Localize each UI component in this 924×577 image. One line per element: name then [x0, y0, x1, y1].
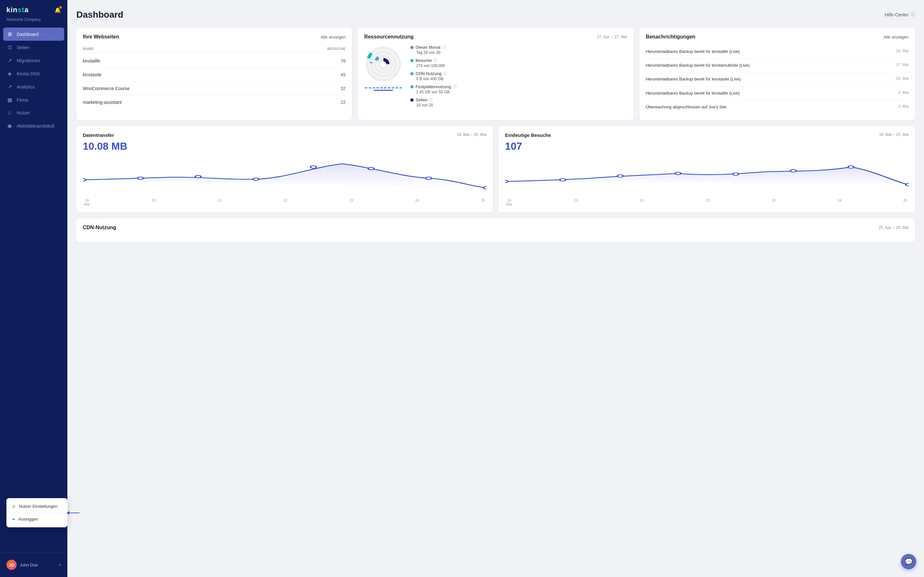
chart-label: 21 — [218, 198, 221, 206]
chart-label: 19Mai — [506, 198, 512, 206]
websites-card-title: Ihre Webseiten — [83, 34, 120, 40]
datentransfer-chart-area — [83, 157, 486, 196]
chart-label: 20 — [152, 198, 156, 206]
notifications-alle-anzeigen-link[interactable]: Alle anzeigen — [884, 35, 909, 39]
notification-item: Herunterladbares Backup bereit für kinst… — [646, 73, 909, 86]
sidebar-item-label: Kinsta DNS — [17, 71, 40, 76]
info-icon[interactable]: ⓘ — [453, 84, 457, 89]
svg-point-13 — [368, 167, 374, 170]
popup-arrow — [67, 511, 79, 515]
sidebar-item-migrationen[interactable]: ↗ Migrationen — [0, 54, 67, 67]
chat-icon: 💬 — [905, 558, 913, 566]
dot-icon — [410, 72, 414, 75]
info-icon[interactable]: ⓘ — [429, 97, 433, 102]
sidebar-item-seiten[interactable]: ⊡ Seiten — [0, 41, 67, 54]
donut-legend — [364, 87, 403, 89]
popup-item-label: Ausloggen — [18, 517, 38, 522]
table-row: kinstalife 76 — [83, 54, 346, 68]
migrations-icon: ↗ — [6, 57, 13, 63]
visit-count: 45 — [341, 72, 346, 77]
nutzer-einstellungen-button[interactable]: ☺ Nutzer Einstellungen — [6, 501, 67, 512]
svg-point-17 — [560, 179, 565, 181]
cdn-card: CDN-Nutzung 25. Apr. – 25. Mai — [76, 218, 915, 242]
donut-svg — [364, 45, 403, 83]
sidebar-item-nutzer[interactable]: ☺ Nutzer — [0, 106, 67, 119]
info-icon[interactable]: ⓘ — [443, 45, 446, 50]
col-name: NAME — [83, 47, 327, 51]
notif-date: 3. Mai — [898, 104, 909, 109]
datentransfer-card: Datentransfer 18. Mai – 25. Mai 10.08 MB — [76, 126, 493, 213]
sidebar-item-kinsta-dns[interactable]: ◈ Kinsta DNS — [0, 67, 67, 80]
chat-button[interactable]: 💬 — [901, 554, 916, 569]
notif-text: Überwachung abgeschlossen auf Joe's Site — [646, 104, 895, 110]
svg-point-15 — [483, 187, 486, 189]
site-name: WooCommerce Course — [83, 86, 341, 91]
svg-point-12 — [310, 166, 317, 168]
datentransfer-title: Datentransfer — [83, 132, 114, 138]
sidebar-item-label: Migrationen — [17, 58, 40, 63]
dot-icon — [410, 46, 414, 49]
col-visits: BESUCHE — [327, 47, 346, 51]
help-center-link[interactable]: Hilfe-Center ⓘ — [885, 12, 915, 18]
svg-point-11 — [253, 178, 258, 181]
sidebar-item-dashboard[interactable]: ⊞ Dashboard — [3, 27, 64, 41]
user-popup-menu: ☺ Nutzer Einstellungen ⇒ Ausloggen — [6, 498, 67, 527]
chart-label: 23 — [349, 198, 353, 206]
main-content: Dashboard Hilfe-Center ⓘ Ihre Webseiten … — [67, 0, 924, 577]
resource-label-text: Festplattennutzung — [415, 84, 451, 89]
chart-label: 25 — [903, 198, 907, 206]
sidebar-item-label: Seiten — [17, 45, 29, 50]
notif-text: Herunterladbares Backup bereit für kinst… — [646, 49, 892, 55]
arrow-line — [69, 513, 79, 513]
resource-card-date: 27. Apr. – 27. Mai — [597, 35, 627, 39]
notif-date: 19. Mai — [896, 49, 909, 53]
donut-chart — [364, 45, 403, 91]
visit-count: 22 — [341, 100, 346, 105]
user-row[interactable]: JD John Doe ▾ — [0, 556, 67, 573]
notif-text: Herunterladbares Backup bereit für kinst… — [646, 90, 895, 96]
datentransfer-value: 10.08 MB — [83, 140, 486, 152]
sidebar-item-analytics[interactable]: ↗ Analytics — [0, 80, 67, 93]
chart-label: 22 — [706, 198, 710, 206]
cdn-card-header: CDN-Nutzung 25. Apr. – 25. Mai — [83, 225, 909, 230]
pages-icon: ⊡ — [6, 44, 13, 50]
nav-menu: ⊞ Dashboard ⊡ Seiten ↗ Migrationen ◈ Kin… — [0, 26, 67, 521]
notifications-card-header: Benachrichtigungen Alle anzeigen — [646, 34, 909, 40]
sites-table: kinstalife 76 kinstasite 45 WooCommerce … — [83, 54, 346, 109]
sidebar-item-label: Nutzer — [17, 110, 30, 115]
logo: kinsta — [6, 6, 29, 14]
resource-value: Tag 28 von 30 — [416, 50, 457, 55]
ausloggen-button[interactable]: ⇒ Ausloggen — [6, 514, 67, 525]
besuche-date: 18. Mai – 25. Mai — [879, 132, 909, 137]
analytics-icon: ↗ — [6, 84, 13, 90]
resource-item-festplatte: Festplattennutzung ⓘ 2.45 GB von 50 GB — [410, 84, 457, 94]
websites-alle-anzeigen-link[interactable]: Alle anzeigen — [320, 35, 346, 39]
chart-label: 19Mai — [84, 198, 90, 206]
notification-item: Herunterladbares Backup bereit für kinst… — [646, 87, 909, 100]
chart-label: 23 — [772, 198, 775, 206]
bell-button[interactable]: 🔔 — [55, 7, 61, 13]
visit-count: 76 — [341, 58, 346, 63]
besuche-chart-svg — [505, 157, 909, 196]
activity-icon: ◉ — [6, 123, 13, 129]
bottom-grid: Datentransfer 18. Mai – 25. Mai 10.08 MB — [76, 126, 915, 213]
notif-date: 3. Mai — [898, 90, 909, 95]
sidebar-item-firma[interactable]: ▦ Firma — [0, 93, 67, 106]
resource-item-cdn: CDN-Nutzung ⓘ 0 B von 400 GB — [410, 71, 457, 81]
info-icon[interactable]: ⓘ — [434, 58, 437, 63]
resource-card-header: Ressourcennutzung 27. Apr. – 27. Mai — [364, 34, 627, 40]
svg-point-21 — [790, 169, 796, 172]
resource-items: Dieser Monat ⓘ Tag 28 von 30 Besuche ⓘ 2… — [410, 45, 457, 107]
notification-item: Herunterladbares Backup bereit für kinst… — [646, 59, 909, 73]
company-name: Awesome Company — [0, 17, 67, 26]
info-icon[interactable]: ⓘ — [443, 71, 447, 76]
resource-card-title: Ressourcennutzung — [364, 34, 414, 40]
svg-point-9 — [137, 177, 144, 179]
chart-label: 24 — [415, 198, 419, 206]
notification-item: Überwachung abgeschlossen auf Joe's Site… — [646, 100, 909, 114]
notif-date: 17. Mai — [896, 63, 909, 67]
sidebar-item-label: Firma — [17, 97, 28, 103]
resource-value: 16 von 20 — [416, 103, 457, 107]
sidebar-item-aktivitaetenprotokoll[interactable]: ◉ Aktivitätenprotokoll — [0, 119, 67, 132]
top-grid: Ihre Webseiten Alle anzeigen NAME BESUCH… — [76, 27, 915, 120]
